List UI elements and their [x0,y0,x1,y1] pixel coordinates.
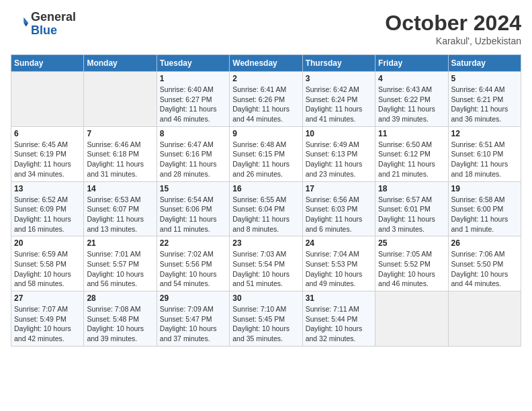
svg-marker-1 [24,23,28,26]
day-number: 1 [160,74,226,83]
day-info: Sunrise: 7:02 AM Sunset: 5:56 PM Dayligh… [160,249,226,289]
calendar-cell: 14Sunrise: 6:53 AM Sunset: 6:07 PM Dayli… [84,181,157,236]
day-number: 13 [14,184,81,193]
weekday-header-row: SundayMondayTuesdayWednesdayThursdayFrid… [11,55,521,72]
day-number: 7 [87,129,153,138]
calendar-cell: 17Sunrise: 6:56 AM Sunset: 6:03 PM Dayli… [302,181,375,236]
location: Karakul', Uzbekistan [385,36,521,46]
day-info: Sunrise: 7:04 AM Sunset: 5:53 PM Dayligh… [306,249,372,289]
calendar-cell: 20Sunrise: 6:59 AM Sunset: 5:58 PM Dayli… [11,236,84,291]
logo: General Blue [11,11,76,38]
calendar-week-5: 27Sunrise: 7:07 AM Sunset: 5:49 PM Dayli… [11,291,521,347]
day-info: Sunrise: 6:52 AM Sunset: 6:09 PM Dayligh… [14,195,81,234]
day-info: Sunrise: 7:09 AM Sunset: 5:47 PM Dayligh… [160,304,226,344]
calendar-header: SundayMondayTuesdayWednesdayThursdayFrid… [11,55,521,72]
day-info: Sunrise: 6:48 AM Sunset: 6:15 PM Dayligh… [232,140,299,179]
calendar-cell [375,291,448,347]
calendar-cell: 28Sunrise: 7:08 AM Sunset: 5:48 PM Dayli… [84,291,157,347]
day-info: Sunrise: 7:10 AM Sunset: 5:45 PM Dayligh… [232,304,299,344]
day-info: Sunrise: 7:06 AM Sunset: 5:50 PM Dayligh… [451,249,518,289]
calendar-cell: 3Sunrise: 6:42 AM Sunset: 6:24 PM Daylig… [302,72,375,127]
calendar-body: 1Sunrise: 6:40 AM Sunset: 6:27 PM Daylig… [11,72,521,347]
day-info: Sunrise: 6:50 AM Sunset: 6:12 PM Dayligh… [378,140,445,179]
calendar-cell: 21Sunrise: 7:01 AM Sunset: 5:57 PM Dayli… [84,236,157,291]
month-title: October 2024 [385,11,521,36]
day-info: Sunrise: 6:41 AM Sunset: 6:26 PM Dayligh… [232,85,299,124]
calendar-cell [84,72,157,127]
day-number: 14 [87,184,153,193]
day-info: Sunrise: 6:55 AM Sunset: 6:04 PM Dayligh… [232,195,299,234]
calendar-cell: 11Sunrise: 6:50 AM Sunset: 6:12 PM Dayli… [375,126,448,181]
weekday-header-saturday: Saturday [448,55,521,72]
day-info: Sunrise: 6:49 AM Sunset: 6:13 PM Dayligh… [306,140,372,179]
calendar-cell: 12Sunrise: 6:51 AM Sunset: 6:10 PM Dayli… [448,126,521,181]
day-number: 29 [160,293,226,303]
day-number: 17 [306,184,372,193]
calendar-cell [11,72,84,127]
calendar-cell: 27Sunrise: 7:07 AM Sunset: 5:49 PM Dayli… [11,291,84,347]
calendar-cell: 4Sunrise: 6:43 AM Sunset: 6:22 PM Daylig… [375,72,448,127]
calendar-cell: 9Sunrise: 6:48 AM Sunset: 6:15 PM Daylig… [230,126,302,181]
day-number: 23 [232,238,299,248]
day-info: Sunrise: 7:11 AM Sunset: 5:44 PM Dayligh… [306,304,372,344]
day-info: Sunrise: 6:46 AM Sunset: 6:18 PM Dayligh… [87,140,153,179]
calendar-cell: 30Sunrise: 7:10 AM Sunset: 5:45 PM Dayli… [230,291,302,347]
day-number: 11 [378,129,445,138]
day-number: 26 [451,238,518,248]
logo-text: General Blue [31,11,76,38]
calendar-cell: 6Sunrise: 6:45 AM Sunset: 6:19 PM Daylig… [11,126,84,181]
svg-marker-0 [24,17,28,23]
calendar-cell: 10Sunrise: 6:49 AM Sunset: 6:13 PM Dayli… [302,126,375,181]
day-number: 6 [14,129,81,138]
calendar-cell: 13Sunrise: 6:52 AM Sunset: 6:09 PM Dayli… [11,181,84,236]
calendar-cell [448,291,521,347]
day-info: Sunrise: 6:58 AM Sunset: 6:00 PM Dayligh… [451,195,518,234]
calendar-cell: 15Sunrise: 6:54 AM Sunset: 6:06 PM Dayli… [157,181,229,236]
calendar-week-1: 1Sunrise: 6:40 AM Sunset: 6:27 PM Daylig… [11,72,521,127]
day-info: Sunrise: 6:56 AM Sunset: 6:03 PM Dayligh… [306,195,372,234]
calendar-cell: 5Sunrise: 6:44 AM Sunset: 6:21 PM Daylig… [448,72,521,127]
day-info: Sunrise: 7:07 AM Sunset: 5:49 PM Dayligh… [14,304,81,344]
day-info: Sunrise: 6:51 AM Sunset: 6:10 PM Dayligh… [451,140,518,179]
day-number: 22 [160,238,226,248]
day-info: Sunrise: 6:59 AM Sunset: 5:58 PM Dayligh… [14,249,81,289]
day-number: 15 [160,184,226,193]
calendar-cell: 1Sunrise: 6:40 AM Sunset: 6:27 PM Daylig… [157,72,229,127]
weekday-header-thursday: Thursday [302,55,375,72]
day-info: Sunrise: 6:47 AM Sunset: 6:16 PM Dayligh… [160,140,226,179]
calendar-cell: 29Sunrise: 7:09 AM Sunset: 5:47 PM Dayli… [157,291,229,347]
calendar-cell: 22Sunrise: 7:02 AM Sunset: 5:56 PM Dayli… [157,236,229,291]
logo-icon [11,15,30,34]
day-info: Sunrise: 6:42 AM Sunset: 6:24 PM Dayligh… [306,85,372,124]
day-number: 10 [306,129,372,138]
day-number: 9 [232,129,299,138]
day-number: 28 [87,293,153,303]
day-info: Sunrise: 6:45 AM Sunset: 6:19 PM Dayligh… [14,140,81,179]
day-info: Sunrise: 7:08 AM Sunset: 5:48 PM Dayligh… [87,304,153,344]
calendar-table: SundayMondayTuesdayWednesdayThursdayFrid… [11,54,521,347]
day-number: 20 [14,238,81,248]
day-info: Sunrise: 7:05 AM Sunset: 5:52 PM Dayligh… [378,249,445,289]
day-info: Sunrise: 6:44 AM Sunset: 6:21 PM Dayligh… [451,85,518,124]
calendar-cell: 16Sunrise: 6:55 AM Sunset: 6:04 PM Dayli… [230,181,302,236]
weekday-header-monday: Monday [84,55,157,72]
calendar-week-3: 13Sunrise: 6:52 AM Sunset: 6:09 PM Dayli… [11,181,521,236]
weekday-header-wednesday: Wednesday [230,55,302,72]
day-number: 19 [451,184,518,193]
day-number: 3 [306,74,372,83]
calendar-cell: 25Sunrise: 7:05 AM Sunset: 5:52 PM Dayli… [375,236,448,291]
day-number: 18 [378,184,445,193]
day-number: 2 [232,74,299,83]
weekday-header-tuesday: Tuesday [157,55,229,72]
day-info: Sunrise: 6:57 AM Sunset: 6:01 PM Dayligh… [378,195,445,234]
calendar-cell: 31Sunrise: 7:11 AM Sunset: 5:44 PM Dayli… [302,291,375,347]
calendar-cell: 2Sunrise: 6:41 AM Sunset: 6:26 PM Daylig… [230,72,302,127]
title-block: October 2024 Karakul', Uzbekistan [385,11,521,46]
calendar-cell: 24Sunrise: 7:04 AM Sunset: 5:53 PM Dayli… [302,236,375,291]
calendar-cell: 19Sunrise: 6:58 AM Sunset: 6:00 PM Dayli… [448,181,521,236]
day-info: Sunrise: 6:54 AM Sunset: 6:06 PM Dayligh… [160,195,226,234]
day-info: Sunrise: 7:01 AM Sunset: 5:57 PM Dayligh… [87,249,153,289]
page-header: General Blue October 2024 Karakul', Uzbe… [11,11,521,46]
calendar-cell: 8Sunrise: 6:47 AM Sunset: 6:16 PM Daylig… [157,126,229,181]
calendar-cell: 26Sunrise: 7:06 AM Sunset: 5:50 PM Dayli… [448,236,521,291]
